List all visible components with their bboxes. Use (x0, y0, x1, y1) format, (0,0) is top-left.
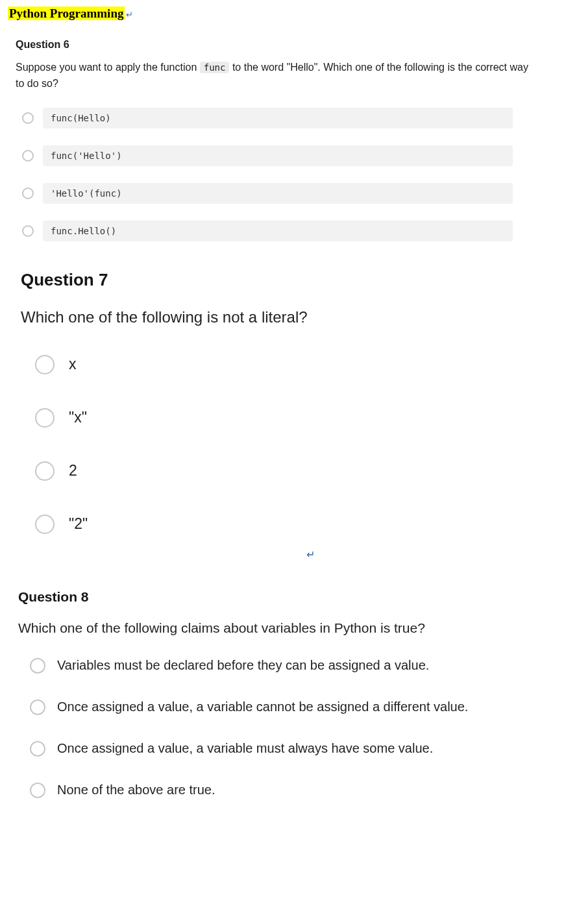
radio-icon[interactable] (22, 112, 34, 124)
radio-icon[interactable] (30, 658, 45, 674)
radio-icon[interactable] (35, 461, 55, 481)
radio-icon[interactable] (30, 783, 45, 798)
question-6-option[interactable]: func(Hello) (22, 108, 513, 128)
question-8-heading: Question 8 (8, 589, 571, 605)
question-6-option-label: func.Hello() (43, 221, 513, 241)
page-title-wrap: Python Programming↵ (8, 6, 571, 21)
question-8-option-label: Once assigned a value, a variable cannot… (57, 699, 468, 714)
question-6-option-label: func(Hello) (43, 108, 513, 128)
question-6-prompt: Suppose you want to apply the function f… (8, 60, 571, 92)
question-6-heading: Question 6 (8, 39, 571, 51)
radio-icon[interactable] (35, 355, 55, 374)
question-8-option-label: Variables must be declared before they c… (57, 658, 429, 673)
question-7-heading: Question 7 (8, 270, 571, 290)
question-6-prompt-before: Suppose you want to apply the function (16, 62, 200, 73)
question-8-option[interactable]: Once assigned a value, a variable cannot… (30, 699, 571, 715)
question-6-options: func(Hello) func('Hello') 'Hello'(func) … (8, 108, 571, 241)
question-8-option[interactable]: None of the above are true. (30, 783, 571, 798)
question-7-option-label: "x" (69, 409, 87, 426)
question-8-options: Variables must be declared before they c… (8, 658, 571, 798)
question-8-block: Question 8 Which one of the following cl… (8, 589, 571, 798)
question-8-prompt: Which one of the following claims about … (8, 620, 571, 636)
radio-icon[interactable] (22, 150, 34, 162)
question-6-option[interactable]: func('Hello') (22, 145, 513, 166)
question-7-option[interactable]: 2 (35, 461, 571, 481)
question-6-option[interactable]: func.Hello() (22, 221, 513, 241)
question-7-option[interactable]: "x" (35, 408, 571, 428)
question-6-option[interactable]: 'Hello'(func) (22, 183, 513, 204)
question-6-option-label: 'Hello'(func) (43, 183, 513, 204)
question-6-option-label: func('Hello') (43, 145, 513, 166)
radio-icon[interactable] (35, 408, 55, 428)
question-6-block: Question 6 Suppose you want to apply the… (8, 39, 571, 241)
question-7-option-label: x (69, 356, 77, 373)
question-7-option[interactable]: x (35, 355, 571, 374)
question-7-option[interactable]: "2" (35, 515, 571, 534)
question-8-option[interactable]: Once assigned a value, a variable must a… (30, 741, 571, 757)
question-7-block: Question 7 Which one of the following is… (8, 270, 571, 561)
question-7-options: x "x" 2 "2" (8, 355, 571, 534)
question-6-inline-code: func (200, 62, 230, 73)
return-icon: ↵ (126, 10, 133, 19)
question-8-option[interactable]: Variables must be declared before they c… (30, 658, 571, 674)
radio-icon[interactable] (22, 188, 34, 199)
question-8-option-label: Once assigned a value, a variable must a… (57, 741, 433, 756)
question-7-option-label: 2 (69, 462, 77, 480)
radio-icon[interactable] (30, 699, 45, 715)
return-icon: ↵ (306, 548, 571, 561)
question-7-option-label: "2" (69, 515, 88, 533)
radio-icon[interactable] (30, 741, 45, 757)
question-7-prompt: Which one of the following is not a lite… (8, 308, 571, 326)
page-title: Python Programming (8, 6, 125, 20)
question-8-option-label: None of the above are true. (57, 783, 216, 797)
radio-icon[interactable] (35, 515, 55, 534)
radio-icon[interactable] (22, 225, 34, 237)
